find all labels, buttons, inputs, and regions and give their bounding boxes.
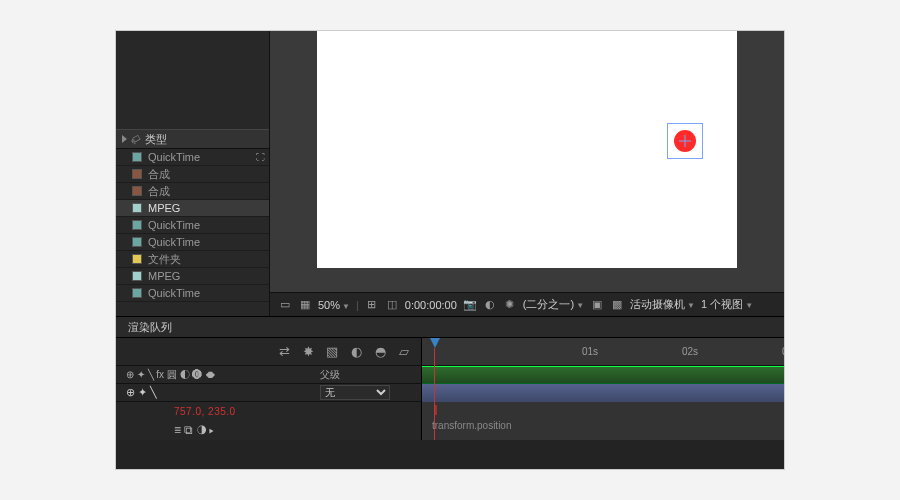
layer-switches[interactable]: ⊕ ✦ ╲ xyxy=(116,386,316,399)
star-icon[interactable]: ✸ xyxy=(301,344,315,359)
tag-icon: 🏷 xyxy=(129,132,143,147)
project-panel: 🏷 类型 QuickTime⛶合成合成MPEGQuickTimeQuickTim… xyxy=(116,31,270,316)
type-swatch-icon xyxy=(132,220,142,230)
layer-columns-a: ⊕ ✦ ╲ fx 圓 ◐ ⓿ ⬣ xyxy=(116,368,316,382)
layer-row[interactable]: ⊕ ✦ ╲ 无 xyxy=(116,384,421,402)
type-swatch-icon xyxy=(132,169,142,179)
composition-viewer: ▭ ▦ 50%▼ | ⊞ ◫ 0:00:00:00 📷 ◐ ✺ (二分之一)▼ … xyxy=(270,31,784,316)
project-item[interactable]: 合成 xyxy=(116,183,269,200)
selection-bounds[interactable] xyxy=(667,123,703,159)
playhead-icon[interactable] xyxy=(430,338,440,348)
project-item[interactable]: 文件夹 xyxy=(116,251,269,268)
timeline-tracks[interactable]: 01s 02s 03s I transform.position xyxy=(422,338,784,440)
motionblur-icon[interactable]: ◐ xyxy=(349,344,363,359)
project-item-label: QuickTime xyxy=(148,287,200,299)
timeline-layer-list: ⇄ ✸ ▧ ◐ ◓ ▱ ⊕ ✦ ╲ fx 圓 ◐ ⓿ ⬣ 父级 ⊕ ✦ ╲ 无 xyxy=(116,338,422,440)
position-value[interactable]: 757.0, 235.0 xyxy=(174,406,236,417)
timeline-tool-row: ⇄ ✸ ▧ ◐ ◓ ▱ xyxy=(116,338,421,366)
graph-icon[interactable]: ◓ xyxy=(373,344,387,359)
canvas-area[interactable] xyxy=(270,31,784,292)
resolution-value: (二分之一) xyxy=(523,298,574,310)
text-cursor-icon: I xyxy=(434,404,442,418)
zoom-dropdown[interactable]: 50%▼ xyxy=(318,299,350,311)
upper-pane: 🏷 类型 QuickTime⛶合成合成MPEGQuickTimeQuickTim… xyxy=(116,31,784,316)
camera-value: 活动摄像机 xyxy=(630,298,685,310)
expression-controls[interactable]: ≡ ⧉ ◑ ▸ xyxy=(116,420,421,440)
project-item-label: 合成 xyxy=(148,167,170,182)
mask-icon[interactable]: ◫ xyxy=(385,298,399,311)
project-item-list: QuickTime⛶合成合成MPEGQuickTimeQuickTime文件夹M… xyxy=(116,149,269,302)
type-swatch-icon xyxy=(132,203,142,213)
project-item[interactable]: QuickTime xyxy=(116,217,269,234)
project-item-label: 合成 xyxy=(148,184,170,199)
brainstorm-icon[interactable]: ▱ xyxy=(397,344,411,359)
ruler-tick: 02s xyxy=(682,346,698,357)
app-window: 🏷 类型 QuickTime⛶合成合成MPEGQuickTimeQuickTim… xyxy=(115,30,785,470)
transparency-icon[interactable]: ▩ xyxy=(610,298,624,311)
anchor-crosshair xyxy=(685,135,686,147)
project-item[interactable]: MPEG xyxy=(116,268,269,285)
views-dropdown[interactable]: 1 个视图▼ xyxy=(701,297,753,312)
timeline-tab-bar: 渲染队列 xyxy=(116,316,784,338)
channels-icon[interactable]: ◐ xyxy=(483,298,497,311)
exposure-icon[interactable]: ✺ xyxy=(503,298,517,311)
ruler-tick: 03s xyxy=(782,346,785,357)
timecode-display[interactable]: 0:00:00:00 xyxy=(405,299,457,311)
project-item-label: MPEG xyxy=(148,270,180,282)
project-column-header[interactable]: 🏷 类型 xyxy=(116,129,269,149)
type-swatch-icon xyxy=(132,237,142,247)
shy-icon[interactable]: ⇄ xyxy=(277,344,291,359)
project-item[interactable]: 合成 xyxy=(116,166,269,183)
project-item[interactable]: QuickTime⛶ xyxy=(116,149,269,166)
frameblend-icon[interactable]: ▧ xyxy=(325,344,339,359)
parent-dropdown[interactable]: 无 xyxy=(320,385,390,400)
type-swatch-icon xyxy=(132,152,142,162)
project-item[interactable]: QuickTime xyxy=(116,234,269,251)
project-item[interactable]: MPEG xyxy=(116,200,269,217)
link-icon: ⛶ xyxy=(256,152,265,162)
canvas[interactable] xyxy=(317,30,737,268)
project-column-label: 类型 xyxy=(145,132,167,147)
camera-dropdown[interactable]: 活动摄像机▼ xyxy=(630,297,695,312)
work-area-bar[interactable] xyxy=(422,366,784,384)
project-item-label: QuickTime xyxy=(148,236,200,248)
grid-icon[interactable]: ▦ xyxy=(298,298,312,311)
expression-text[interactable]: transform.position xyxy=(432,420,511,431)
region-icon[interactable]: ▣ xyxy=(590,298,604,311)
layer-bar[interactable] xyxy=(422,384,784,402)
position-value-row[interactable]: 757.0, 235.0 xyxy=(116,402,421,420)
disclosure-icon xyxy=(122,135,127,143)
type-swatch-icon xyxy=(132,288,142,298)
guides-icon[interactable]: ⊞ xyxy=(365,298,379,311)
time-ruler[interactable]: 01s 02s 03s xyxy=(422,338,784,366)
layer-columns-header: ⊕ ✦ ╲ fx 圓 ◐ ⓿ ⬣ 父级 xyxy=(116,366,421,384)
views-value: 1 个视图 xyxy=(701,298,743,310)
render-queue-tab[interactable]: 渲染队列 xyxy=(128,320,172,335)
resolution-dropdown[interactable]: (二分之一)▼ xyxy=(523,297,584,312)
type-swatch-icon xyxy=(132,254,142,264)
viewer-toolbar: ▭ ▦ 50%▼ | ⊞ ◫ 0:00:00:00 📷 ◐ ✺ (二分之一)▼ … xyxy=(270,292,784,316)
monitor-icon[interactable]: ▭ xyxy=(278,298,292,311)
layer-columns-b: 父级 xyxy=(316,368,421,382)
snapshot-icon[interactable]: 📷 xyxy=(463,298,477,311)
ruler-tick: 01s xyxy=(582,346,598,357)
project-item[interactable]: QuickTime xyxy=(116,285,269,302)
project-item-label: 文件夹 xyxy=(148,252,181,267)
project-item-label: QuickTime xyxy=(148,219,200,231)
timeline-panel: ⇄ ✸ ▧ ◐ ◓ ▱ ⊕ ✦ ╲ fx 圓 ◐ ⓿ ⬣ 父级 ⊕ ✦ ╲ 无 xyxy=(116,338,784,440)
type-swatch-icon xyxy=(132,186,142,196)
project-item-label: QuickTime xyxy=(148,151,200,163)
project-item-label: MPEG xyxy=(148,202,180,214)
zoom-value: 50% xyxy=(318,299,340,311)
type-swatch-icon xyxy=(132,271,142,281)
